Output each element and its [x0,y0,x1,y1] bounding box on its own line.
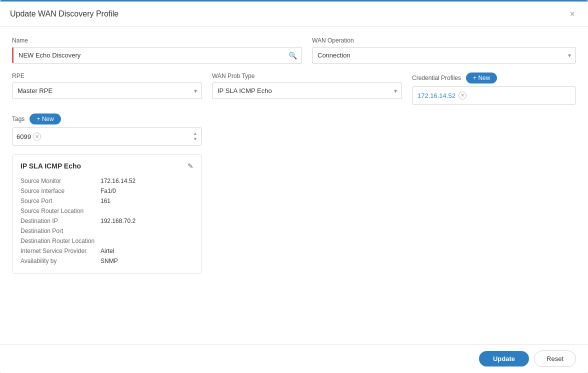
credential-tag-value: 172.16.14.52 [418,92,456,100]
name-label: Name [12,37,302,44]
rpe-label: RPE [12,72,202,80]
probe-field-row: Source InterfaceFa1/0 [20,186,194,196]
credential-remove-icon[interactable]: ✕ [458,92,466,100]
credential-new-button[interactable]: + New [466,72,497,84]
close-button[interactable]: × [566,8,578,20]
probe-field-value: 172.16.14.52 [100,176,194,186]
name-input[interactable] [12,47,302,64]
probe-field-value: 161 [100,196,194,206]
row-rpe-prob-cred: RPE Master RPE Slave RPE ▾ WAN Prob Type… [12,72,576,104]
probe-field-value: Fa1/0 [100,186,194,196]
probe-card: IP SLA ICMP Echo ✎ Source Monitor172.16.… [12,154,202,274]
probe-edit-button[interactable]: ✎ [188,162,194,170]
tags-new-button[interactable]: + New [30,114,60,124]
reset-button[interactable]: Reset [534,350,576,367]
row-name-wan: Name 🔍 WAN Operation Connection Ping Tra… [12,37,576,64]
update-button[interactable]: Update [479,351,529,366]
wan-prob-select-wrapper: IP SLA ICMP Echo IP SLA UDP ICMP ▾ [212,82,402,99]
probe-card-title: IP SLA ICMP Echo [20,162,81,170]
probe-field-label: Source Port [20,196,100,206]
probe-field-label: Internet Service Provider [20,246,100,256]
name-group: Name 🔍 [12,37,302,64]
modal-body: Name 🔍 WAN Operation Connection Ping Tra… [0,27,588,344]
probe-field-row: Source Port161 [20,196,194,206]
probe-field-row: Availability bySNMP [20,256,194,266]
probe-field-label: Source Monitor [20,176,100,186]
credential-tag: 172.16.14.52 ✕ [418,92,466,100]
cred-profiles-label: Credential Profiles [412,74,461,82]
probe-field-value [100,226,194,236]
probe-field-label: Destination IP [20,216,100,226]
wan-prob-label: WAN Prob Type [212,72,402,80]
tags-input-wrapper: 6099 ✕ ▲ ▼ [12,128,202,146]
probe-field-row: Destination IP192.168.70.2 [20,216,194,226]
cred-label-row: Credential Profiles + New [412,72,576,84]
wan-prob-select[interactable]: IP SLA ICMP Echo IP SLA UDP ICMP [212,82,402,99]
modal-title: Update WAN Discovery Profile [10,10,118,18]
probe-field-value [100,206,194,216]
tag-arrow-down-icon: ▼ [193,136,198,142]
probe-field-row: Destination Router Location [20,236,194,246]
probe-field-label: Destination Router Location [20,236,100,246]
rpe-select[interactable]: Master RPE Slave RPE [12,82,202,99]
tags-stepper[interactable]: ▲ ▼ [193,131,198,142]
probe-field-row: Source Router Location [20,206,194,216]
modal-container: Update WAN Discovery Profile × Name 🔍 WA… [0,0,588,373]
probe-field-value [100,236,194,246]
tags-group: Tags + New 6099 ✕ ▲ ▼ [12,114,202,146]
probe-field-label: Source Router Location [20,206,100,216]
tag-chip: 6099 ✕ [16,132,41,140]
probe-field-label: Destination Port [20,226,100,236]
probe-card-header: IP SLA ICMP Echo ✎ [20,162,194,170]
wan-op-select-wrapper: Connection Ping Traceroute ▾ [312,47,576,64]
probe-field-value: SNMP [100,256,194,266]
cred-profiles-group: Credential Profiles + New 172.16.14.52 ✕ [412,72,576,104]
tags-label-row: Tags + New [12,114,202,124]
probe-fields-table: Source Monitor172.16.14.52Source Interfa… [20,176,194,266]
wan-op-label: WAN Operation [312,37,576,44]
modal-footer: Update Reset [0,344,588,373]
probe-field-row: Source Monitor172.16.14.52 [20,176,194,186]
row-tags: Tags + New 6099 ✕ ▲ ▼ [12,114,576,146]
probe-field-row: Internet Service ProviderAirtel [20,246,194,256]
modal-header: Update WAN Discovery Profile × [0,2,588,27]
tag-value: 6099 [16,133,31,140]
wan-op-group: WAN Operation Connection Ping Traceroute… [312,37,576,64]
probe-field-value: Airtel [100,246,194,256]
wan-op-select[interactable]: Connection Ping Traceroute [312,47,576,64]
tags-label: Tags [12,116,24,122]
rpe-select-wrapper: Master RPE Slave RPE ▾ [12,82,202,99]
tag-arrow-up-icon: ▲ [193,131,198,136]
tag-remove-icon[interactable]: ✕ [33,132,41,140]
probe-field-label: Source Interface [20,186,100,196]
probe-field-value: 192.168.70.2 [100,216,194,226]
name-input-wrapper: 🔍 [12,47,302,64]
rpe-group: RPE Master RPE Slave RPE ▾ [12,72,202,99]
probe-field-row: Destination Port [20,226,194,236]
credential-input-wrapper: 172.16.14.52 ✕ [412,86,576,104]
wan-prob-group: WAN Prob Type IP SLA ICMP Echo IP SLA UD… [212,72,402,99]
probe-field-label: Availability by [20,256,100,266]
